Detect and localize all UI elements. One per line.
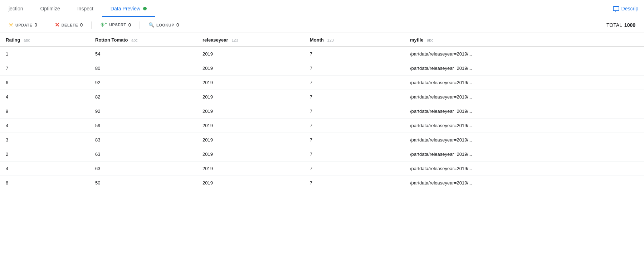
- table-row: 78020197/partdata/releaseyear=2019/...: [0, 61, 644, 76]
- col-header-rotton-tomato: Rotton Tomato abc: [89, 33, 197, 47]
- table-row: 46320197/partdata/releaseyear=2019/...: [0, 162, 644, 176]
- upsert-label: UPSERT: [109, 23, 126, 27]
- cell-myfile: /partdata/releaseyear=2019/...: [404, 119, 644, 133]
- lookup-icon: 🔍: [148, 22, 154, 28]
- cell-rating: 1: [0, 47, 89, 61]
- cell-month: 7: [304, 133, 404, 147]
- cell-rating: 4: [0, 162, 89, 176]
- cell-month: 7: [304, 90, 404, 104]
- upsert-value: 0: [128, 22, 131, 28]
- cell-releaseyear: 2019: [197, 147, 304, 162]
- col-type-releaseyear: 123: [231, 38, 238, 42]
- cell-month: 7: [304, 76, 404, 90]
- table-header: Rating abc Rotton Tomato abc releaseyear…: [0, 33, 644, 47]
- table-row: 26320197/partdata/releaseyear=2019/...: [0, 147, 644, 162]
- tab-data-preview-label: Data Preview: [111, 6, 140, 11]
- col-label-myfile: myfile: [410, 37, 424, 43]
- cell-month: 7: [304, 104, 404, 119]
- cell-rating: 6: [0, 76, 89, 90]
- delete-icon: ✕: [55, 21, 59, 28]
- cell-month: 7: [304, 119, 404, 133]
- chat-icon: [613, 6, 619, 11]
- update-label: UPDATE: [15, 23, 32, 27]
- tab-optimize-label: Optimize: [40, 6, 60, 11]
- cell-rotton_tomato: 82: [89, 90, 197, 104]
- cell-rating: 3: [0, 133, 89, 147]
- tab-optimize[interactable]: Optimize: [31, 0, 68, 17]
- cell-myfile: /partdata/releaseyear=2019/...: [404, 61, 644, 76]
- cell-rating: 8: [0, 176, 89, 190]
- tab-inspect-label: Inspect: [77, 6, 93, 11]
- col-label-month: Month: [310, 37, 324, 43]
- cell-rating: 4: [0, 119, 89, 133]
- table-row: 15420197/partdata/releaseyear=2019/...: [0, 47, 644, 61]
- table-row: 85020197/partdata/releaseyear=2019/...: [0, 176, 644, 190]
- update-icon: ✳: [9, 21, 13, 28]
- description-label: Descrip: [621, 6, 638, 11]
- table-row: 99220197/partdata/releaseyear=2019/...: [0, 104, 644, 119]
- stat-delete: ✕ DELETE 0: [46, 21, 92, 28]
- cell-myfile: /partdata/releaseyear=2019/...: [404, 133, 644, 147]
- cell-releaseyear: 2019: [197, 76, 304, 90]
- cell-rotton_tomato: 54: [89, 47, 197, 61]
- cell-rotton_tomato: 83: [89, 133, 197, 147]
- cell-myfile: /partdata/releaseyear=2019/...: [404, 176, 644, 190]
- table-body: 15420197/partdata/releaseyear=2019/...78…: [0, 47, 644, 190]
- stats-bar: ✳ UPDATE 0 ✕ DELETE 0 ✳+ UPSERT 0 🔍 LOOK…: [0, 17, 644, 33]
- data-preview-dot: [143, 7, 147, 10]
- cell-month: 7: [304, 162, 404, 176]
- cell-myfile: /partdata/releaseyear=2019/...: [404, 162, 644, 176]
- cell-rating: 4: [0, 90, 89, 104]
- cell-releaseyear: 2019: [197, 119, 304, 133]
- cell-month: 7: [304, 147, 404, 162]
- tab-injection[interactable]: jection: [0, 0, 31, 17]
- tab-inspect[interactable]: Inspect: [69, 0, 102, 17]
- data-table-container: Rating abc Rotton Tomato abc releaseyear…: [0, 33, 644, 269]
- total-value: 1000: [624, 22, 635, 28]
- cell-rotton_tomato: 63: [89, 162, 197, 176]
- cell-releaseyear: 2019: [197, 90, 304, 104]
- cell-releaseyear: 2019: [197, 176, 304, 190]
- stat-total: TOTAL 1000: [606, 22, 644, 28]
- nav-right-description[interactable]: Descrip: [613, 6, 644, 11]
- cell-myfile: /partdata/releaseyear=2019/...: [404, 47, 644, 61]
- stat-update: ✳ UPDATE 0: [0, 21, 46, 28]
- lookup-value: 0: [176, 22, 179, 28]
- col-header-month: Month 123: [304, 33, 404, 47]
- cell-month: 7: [304, 61, 404, 76]
- cell-rotton_tomato: 59: [89, 119, 197, 133]
- table-row: 38320197/partdata/releaseyear=2019/...: [0, 133, 644, 147]
- table-row: 69220197/partdata/releaseyear=2019/...: [0, 76, 644, 90]
- cell-releaseyear: 2019: [197, 133, 304, 147]
- cell-rotton_tomato: 50: [89, 176, 197, 190]
- stat-upsert: ✳+ UPSERT 0: [92, 21, 140, 28]
- upsert-icon: ✳+: [100, 21, 107, 28]
- cell-myfile: /partdata/releaseyear=2019/...: [404, 90, 644, 104]
- col-header-rating: Rating abc: [0, 33, 89, 47]
- update-value: 0: [34, 22, 37, 28]
- col-type-myfile: abc: [427, 38, 433, 42]
- col-type-rating: abc: [24, 38, 30, 42]
- cell-rotton_tomato: 92: [89, 76, 197, 90]
- col-label-rating: Rating: [6, 37, 20, 43]
- table-row: 45920197/partdata/releaseyear=2019/...: [0, 119, 644, 133]
- col-header-myfile: myfile abc: [404, 33, 644, 47]
- cell-rotton_tomato: 92: [89, 104, 197, 119]
- cell-releaseyear: 2019: [197, 162, 304, 176]
- stat-lookup: 🔍 LOOKUP 0: [140, 22, 187, 28]
- lookup-label: LOOKUP: [156, 23, 174, 27]
- delete-value: 0: [80, 22, 83, 28]
- data-table: Rating abc Rotton Tomato abc releaseyear…: [0, 33, 644, 190]
- cell-myfile: /partdata/releaseyear=2019/...: [404, 104, 644, 119]
- cell-releaseyear: 2019: [197, 104, 304, 119]
- cell-rotton_tomato: 63: [89, 147, 197, 162]
- cell-myfile: /partdata/releaseyear=2019/...: [404, 147, 644, 162]
- tab-data-preview[interactable]: Data Preview: [102, 0, 155, 17]
- col-type-month: 123: [327, 38, 334, 42]
- cell-releaseyear: 2019: [197, 47, 304, 61]
- cell-rating: 2: [0, 147, 89, 162]
- cell-month: 7: [304, 176, 404, 190]
- top-nav: jection Optimize Inspect Data Preview De…: [0, 0, 644, 17]
- col-type-rotton-tomato: abc: [131, 38, 138, 42]
- tab-injection-label: jection: [9, 6, 23, 11]
